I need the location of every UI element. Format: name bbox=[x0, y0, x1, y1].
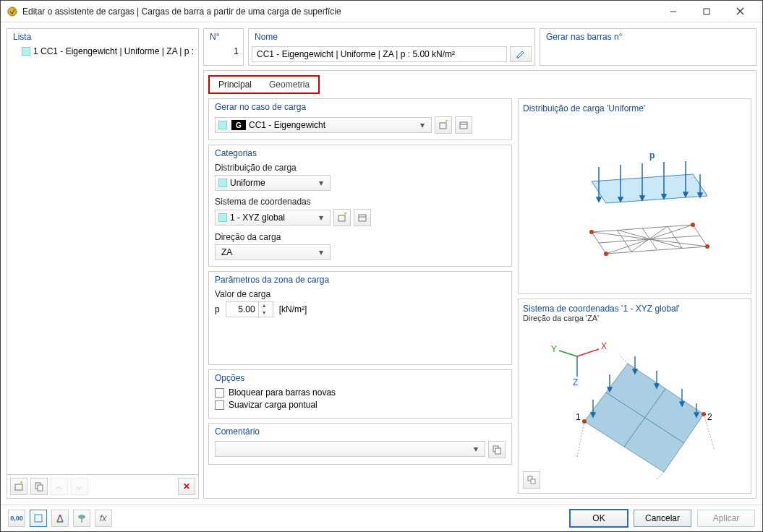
comentario-lib-button[interactable] bbox=[488, 441, 506, 458]
loadcase-lib-button[interactable] bbox=[455, 116, 472, 134]
view-button[interactable] bbox=[30, 510, 47, 527]
ok-button[interactable]: OK bbox=[570, 510, 628, 527]
list-label: Lista bbox=[7, 29, 198, 43]
svg-line-75 bbox=[60, 515, 63, 522]
comentario-dropdown[interactable]: ▾ bbox=[215, 441, 485, 457]
gerar-title: Gerar no caso de carga bbox=[215, 102, 506, 112]
name-label: Nome bbox=[249, 29, 534, 43]
svg-text:Y: Y bbox=[551, 344, 557, 354]
name-panel: Nome bbox=[248, 28, 535, 66]
number-panel: N° bbox=[203, 28, 244, 66]
maximize-button[interactable] bbox=[690, 1, 723, 22]
header-row: N° Nome Gerar nas barras n° bbox=[203, 28, 756, 66]
svg-rect-15 bbox=[495, 448, 500, 454]
cancel-button[interactable]: Cancelar bbox=[634, 510, 691, 527]
color-swatch-icon bbox=[22, 47, 30, 56]
delete-item-button[interactable]: ✕ bbox=[178, 478, 195, 495]
bottom-bar: 0,00 fx OK Cancelar Aplicar bbox=[1, 505, 762, 531]
tab-bar: Principal Geometria bbox=[208, 75, 320, 94]
svg-rect-73 bbox=[35, 515, 42, 522]
svg-text:1: 1 bbox=[576, 412, 581, 422]
svg-rect-2 bbox=[704, 9, 709, 14]
p-value-input[interactable] bbox=[226, 304, 258, 314]
group-gerar: Gerar no caso de carga G CC1 - Eigengewi… bbox=[208, 98, 512, 140]
group-comentario: Comentário ▾ bbox=[208, 423, 512, 465]
svg-rect-12 bbox=[359, 215, 366, 221]
preview-coord-body: X Y Z bbox=[523, 304, 746, 489]
coord-new-button[interactable] bbox=[333, 209, 351, 226]
close-button[interactable] bbox=[723, 1, 756, 22]
number-input[interactable] bbox=[204, 43, 243, 59]
preview-coord: Sistema de coordenadas '1 - XYZ global' … bbox=[518, 299, 751, 494]
p-unit: [kN/m²] bbox=[279, 304, 307, 314]
edit-name-button[interactable] bbox=[510, 46, 532, 62]
svg-rect-5 bbox=[15, 484, 22, 490]
apply-button: Aplicar bbox=[697, 510, 755, 527]
svg-point-39 bbox=[691, 223, 695, 227]
loadcase-type-badge: G bbox=[231, 120, 246, 130]
distribution-diagram-icon: p bbox=[548, 145, 722, 268]
svg-rect-72 bbox=[531, 479, 535, 484]
svg-point-0 bbox=[8, 7, 17, 16]
svg-marker-16 bbox=[592, 174, 707, 203]
loadcase-value: CC1 - Eigengewicht bbox=[249, 120, 417, 130]
color-swatch-icon bbox=[218, 179, 227, 187]
svg-line-42 bbox=[577, 349, 599, 356]
chevron-down-icon: ▾ bbox=[315, 247, 327, 257]
content-area: Lista 1 CC1 - Eigengewicht | Uniforme | … bbox=[1, 22, 762, 505]
p-value-spinner[interactable]: ▲▼ bbox=[226, 301, 273, 317]
list-panel: Lista 1 CC1 - Eigengewicht | Uniforme | … bbox=[7, 28, 199, 499]
tool-button-3 bbox=[51, 478, 68, 495]
svg-marker-18 bbox=[597, 197, 601, 202]
list-item[interactable]: 1 CC1 - Eigengewicht | Uniforme | ZA | p… bbox=[9, 45, 197, 58]
dir-dropdown[interactable]: ZA ▾ bbox=[215, 244, 331, 260]
svg-rect-11 bbox=[338, 215, 345, 221]
coord-diagram-icon: X Y Z bbox=[541, 335, 729, 479]
loadcase-new-button[interactable] bbox=[435, 116, 452, 134]
checkbox-bloquear[interactable]: Bloquear para barras novas bbox=[215, 387, 506, 398]
window-title: Editar o assistente de cargas | Cargas d… bbox=[22, 7, 657, 17]
name-input[interactable] bbox=[252, 46, 507, 62]
checkbox-box bbox=[215, 400, 224, 410]
svg-line-52 bbox=[657, 472, 664, 479]
preview-column: Distribuição de carga 'Uniforme' p bbox=[518, 98, 751, 494]
group-parametros: Parâmetros da zona de carga Valor de car… bbox=[208, 271, 512, 365]
checkbox-box bbox=[215, 388, 224, 398]
svg-rect-8 bbox=[440, 123, 446, 129]
dist-label: Distribuição de carga bbox=[215, 163, 506, 173]
units-button[interactable]: 0,00 bbox=[8, 510, 25, 527]
checkbox-label: Bloquear para barras novas bbox=[229, 387, 336, 398]
chevron-down-icon: ▾ bbox=[417, 120, 428, 130]
dist-dropdown[interactable]: Uniforme ▾ bbox=[215, 175, 331, 191]
minimize-button[interactable] bbox=[657, 1, 690, 22]
svg-text:fx: fx bbox=[100, 513, 107, 523]
spin-down[interactable]: ▼ bbox=[259, 309, 270, 317]
svg-line-54 bbox=[621, 356, 628, 364]
tab-content: Gerar no caso de carga G CC1 - Eigengewi… bbox=[204, 94, 756, 498]
color-swatch-icon bbox=[218, 121, 227, 129]
group-categorias: Categorias Distribuição de carga Uniform… bbox=[208, 145, 512, 267]
coord-lib-button[interactable] bbox=[354, 209, 371, 226]
render-button[interactable] bbox=[73, 510, 90, 527]
coord-dropdown[interactable]: 1 - XYZ global ▾ bbox=[215, 210, 331, 226]
svg-line-51 bbox=[577, 421, 584, 458]
preview-distribution: Distribuição de carga 'Uniforme' p bbox=[518, 98, 751, 294]
left-column: Lista 1 CC1 - Eigengewicht | Uniforme | … bbox=[7, 28, 199, 499]
tab-panel: Principal Geometria Gerar no caso de car… bbox=[203, 70, 756, 499]
preview-settings-button[interactable] bbox=[523, 471, 540, 489]
spin-up[interactable]: ▲ bbox=[259, 302, 270, 309]
copy-item-button[interactable] bbox=[30, 478, 48, 495]
svg-point-67 bbox=[582, 419, 587, 424]
checkbox-suavizar[interactable]: Suavizar carga pontual bbox=[215, 400, 506, 410]
dialog-window: Editar o assistente de cargas | Cargas d… bbox=[0, 0, 763, 532]
model-button[interactable] bbox=[51, 510, 69, 527]
tab-geometria[interactable]: Geometria bbox=[260, 77, 318, 93]
loadcase-dropdown[interactable]: G CC1 - Eigengewicht ▾ bbox=[215, 117, 432, 133]
generate-input[interactable] bbox=[540, 43, 756, 59]
number-label: N° bbox=[204, 29, 243, 43]
new-item-button[interactable] bbox=[10, 478, 27, 495]
color-swatch-icon bbox=[218, 213, 227, 222]
tab-principal[interactable]: Principal bbox=[210, 77, 260, 93]
p-symbol: p bbox=[215, 304, 220, 314]
function-button[interactable]: fx bbox=[95, 510, 112, 527]
